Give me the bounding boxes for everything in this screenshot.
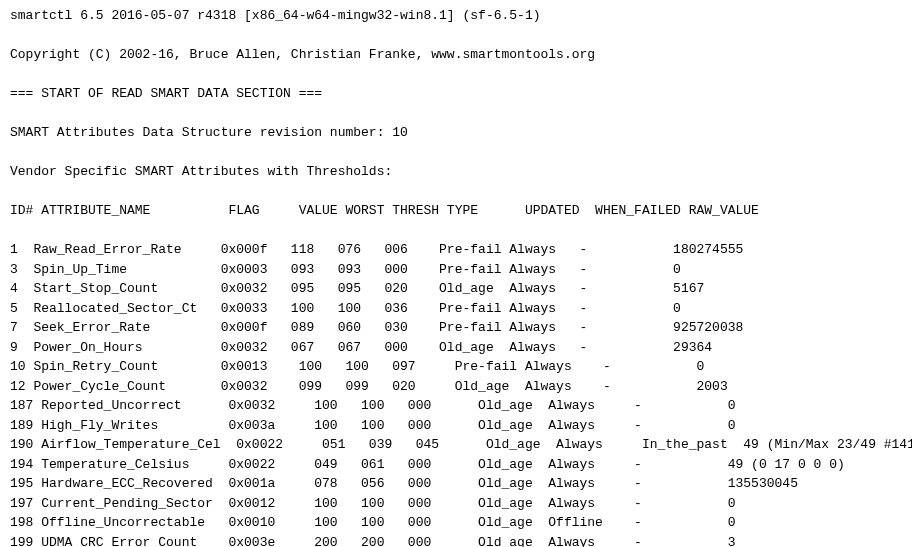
- copyright-line: Copyright (C) 2002-16, Bruce Allen, Chri…: [10, 45, 902, 65]
- table-row: 199 UDMA_CRC_Error_Count 0x003e 200 200 …: [10, 533, 902, 548]
- table-row: 187 Reported_Uncorrect 0x0032 100 100 00…: [10, 396, 902, 416]
- table-row: 5 Reallocated_Sector_Ct 0x0033 100 100 0…: [10, 299, 902, 319]
- table-row: 12 Power_Cycle_Count 0x0032 099 099 020 …: [10, 377, 902, 397]
- table-row: 189 High_Fly_Writes 0x003a 100 100 000 O…: [10, 416, 902, 436]
- blank-line: [10, 143, 902, 163]
- vendor-line: Vendor Specific SMART Attributes with Th…: [10, 162, 902, 182]
- table-row: 10 Spin_Retry_Count 0x0013 100 100 097 P…: [10, 357, 902, 377]
- table-row: 4 Start_Stop_Count 0x0032 095 095 020 Ol…: [10, 279, 902, 299]
- blank-line: [10, 104, 902, 124]
- blank-line: [10, 182, 902, 202]
- section-header: === START OF READ SMART DATA SECTION ===: [10, 84, 902, 104]
- table-row: 197 Current_Pending_Sector 0x0012 100 10…: [10, 494, 902, 514]
- table-row: 3 Spin_Up_Time 0x0003 093 093 000 Pre-fa…: [10, 260, 902, 280]
- blank-line: [10, 221, 902, 241]
- tool-version-line: smartctl 6.5 2016-05-07 r4318 [x86_64-w6…: [10, 6, 902, 26]
- table-row: 194 Temperature_Celsius 0x0022 049 061 0…: [10, 455, 902, 475]
- table-row: 195 Hardware_ECC_Recovered 0x001a 078 05…: [10, 474, 902, 494]
- table-row: 198 Offline_Uncorrectable 0x0010 100 100…: [10, 513, 902, 533]
- blank-line: [10, 65, 902, 85]
- table-row: 1 Raw_Read_Error_Rate 0x000f 118 076 006…: [10, 240, 902, 260]
- table-header-row: ID# ATTRIBUTE_NAME FLAG VALUE WORST THRE…: [10, 201, 902, 221]
- table-row: 7 Seek_Error_Rate 0x000f 089 060 030 Pre…: [10, 318, 902, 338]
- table-row: 190 Airflow_Temperature_Cel 0x0022 051 0…: [10, 435, 902, 455]
- blank-line: [10, 26, 902, 46]
- revision-line: SMART Attributes Data Structure revision…: [10, 123, 902, 143]
- table-row: 9 Power_On_Hours 0x0032 067 067 000 Old_…: [10, 338, 902, 358]
